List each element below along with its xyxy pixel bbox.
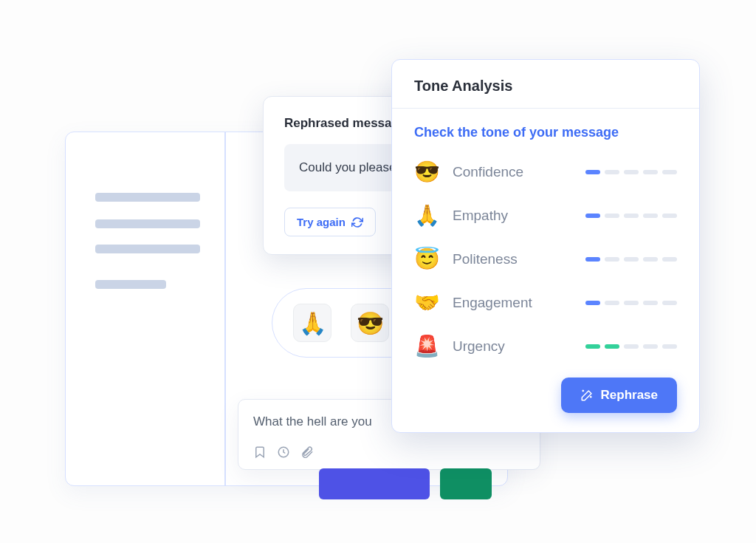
confidence-label: Confidence bbox=[453, 164, 572, 180]
compose-toolbar bbox=[253, 445, 525, 459]
tone-title: Tone Analysis bbox=[414, 78, 677, 95]
magic-wand-icon bbox=[580, 389, 594, 402]
emoji-chip-cool[interactable]: 😎 bbox=[351, 304, 389, 342]
try-again-label: Try again bbox=[297, 216, 346, 228]
skeleton-line bbox=[95, 193, 200, 202]
tone-row-engagement: 🤝 Engagement bbox=[414, 290, 677, 315]
panel-divider bbox=[224, 132, 226, 485]
empathy-label: Empathy bbox=[453, 208, 572, 224]
empathy-meter bbox=[585, 214, 677, 218]
engagement-meter bbox=[585, 301, 677, 305]
politeness-emoji: 😇 bbox=[414, 247, 439, 271]
confidence-emoji: 😎 bbox=[414, 160, 439, 184]
urgency-emoji: 🚨 bbox=[414, 334, 439, 358]
refresh-icon bbox=[351, 216, 363, 228]
skeleton-line bbox=[95, 219, 200, 228]
politeness-meter bbox=[585, 257, 677, 262]
engagement-emoji: 🤝 bbox=[414, 290, 439, 315]
urgency-label: Urgency bbox=[453, 338, 572, 355]
confidence-meter bbox=[585, 170, 677, 174]
tone-row-urgency: 🚨 Urgency bbox=[414, 334, 677, 358]
engagement-label: Engagement bbox=[453, 295, 572, 311]
empathy-emoji: 🙏 bbox=[414, 203, 439, 228]
attachment-icon[interactable] bbox=[300, 445, 314, 459]
emoji-chip-pray[interactable]: 🙏 bbox=[293, 304, 331, 342]
politeness-label: Politeness bbox=[453, 251, 572, 267]
rephrase-button[interactable]: Rephrase bbox=[561, 378, 677, 413]
clock-icon[interactable] bbox=[277, 445, 290, 459]
try-again-button[interactable]: Try again bbox=[284, 208, 376, 236]
pray-emoji: 🙏 bbox=[299, 310, 326, 336]
tone-subtitle: Check the tone of your message bbox=[414, 125, 677, 140]
tone-analysis-panel: Tone Analysis Check the tone of your mes… bbox=[391, 59, 700, 433]
rephrase-button-label: Rephrase bbox=[601, 388, 658, 403]
compose-primary-action[interactable] bbox=[319, 468, 430, 499]
tone-header: Tone Analysis bbox=[392, 60, 699, 109]
compose-secondary-action[interactable] bbox=[440, 468, 492, 499]
cool-emoji: 😎 bbox=[357, 310, 384, 336]
bookmark-icon[interactable] bbox=[253, 445, 267, 459]
skeleton-line bbox=[95, 280, 166, 289]
urgency-meter bbox=[585, 344, 677, 349]
tone-row-empathy: 🙏 Empathy bbox=[414, 203, 677, 228]
skeleton-line bbox=[95, 245, 200, 253]
tone-row-politeness: 😇 Politeness bbox=[414, 247, 677, 271]
tone-row-confidence: 😎 Confidence bbox=[414, 160, 677, 184]
